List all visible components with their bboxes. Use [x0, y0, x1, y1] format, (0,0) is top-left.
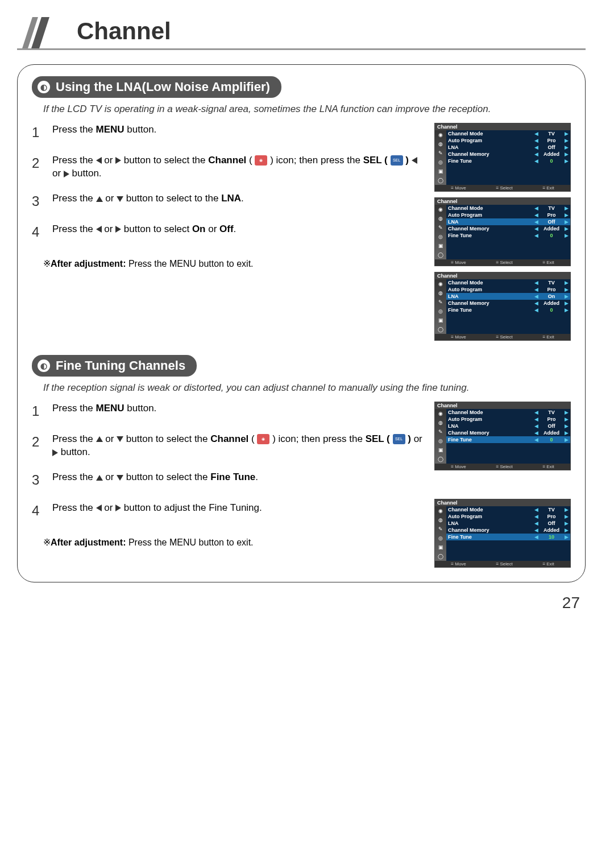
step-2: 2 Press the or button to select the Chan… [32, 432, 423, 460]
page-title: Channel [77, 18, 171, 48]
bullet-icon: ◐ [38, 359, 50, 372]
osd-screenshot: Channel ◉◍✎◎▣◯ Channel Mode◀TV▶ Auto Pro… [434, 197, 571, 266]
right-arrow-icon [115, 505, 121, 511]
up-arrow-icon [96, 436, 103, 442]
steps-column: 1 Press the MENU button. 2 Press the or … [32, 123, 423, 341]
after-adjustment-note: ※After adjustment: Press the MENU button… [43, 537, 423, 548]
bullet-icon: ◐ [38, 81, 50, 93]
left-arrow-icon [412, 157, 417, 164]
right-arrow-icon [64, 171, 69, 177]
up-arrow-icon [96, 196, 103, 202]
down-arrow-icon [117, 196, 123, 202]
section-heading-text: Fine Tuning Channels [56, 358, 185, 373]
after-adjustment-note: ※After adjustment: Press the MENU button… [43, 258, 423, 269]
step-number: 3 [32, 192, 44, 211]
right-arrow-icon [52, 449, 58, 456]
right-arrow-icon [115, 157, 121, 164]
channel-icon: ◉ [255, 155, 267, 166]
osd-screenshot: Channel ◉◍✎◎▣◯ Channel Mode◀TV▶ Auto Pro… [434, 402, 571, 470]
osd-screenshot: Channel ◉◍✎◎▣◯ Channel Mode◀TV▶ Auto Pro… [434, 272, 571, 341]
left-arrow-icon [96, 157, 102, 164]
step-3: 3 Press the or button to select to the L… [32, 192, 423, 211]
step-1: 1 Press the MENU button. [32, 123, 423, 142]
section-heading-text: Using the LNA(Low Noise Amplifier) [56, 80, 270, 94]
down-arrow-icon [117, 475, 123, 481]
page-number: 27 [17, 594, 586, 612]
section-description: If the LCD TV is operating in a weak-sig… [43, 104, 571, 115]
step-number: 4 [32, 222, 44, 242]
step-number: 2 [32, 154, 44, 181]
osd-column: Channel ◉◍✎◎▣◯ Channel Mode◀TV▶ Auto Pro… [434, 123, 571, 341]
step-number: 1 [32, 123, 44, 142]
section-heading-lna: ◐ Using the LNA(Low Noise Amplifier) [32, 76, 281, 98]
channel-icon: ◉ [257, 434, 269, 444]
up-arrow-icon [96, 475, 103, 481]
sel-icon: SEL [393, 434, 405, 444]
steps-column: 1 Press the MENU button. 2 Press the or … [32, 402, 423, 568]
content-box: ◐ Using the LNA(Low Noise Amplifier) If … [17, 64, 586, 582]
osd-column: Channel ◉◍✎◎▣◯ Channel Mode◀TV▶ Auto Pro… [434, 402, 571, 568]
manual-page: Channel ◐ Using the LNA(Low Noise Amplif… [0, 0, 614, 635]
osd-screenshot: Channel ◉◍✎◎▣◯ Channel Mode◀TV▶ Auto Pro… [434, 123, 571, 192]
step-1: 1 Press the MENU button. [32, 402, 423, 421]
step-4: 4 Press the or button to select On or Of… [32, 222, 423, 242]
left-arrow-icon [96, 505, 102, 511]
step-2: 2 Press the or button to select the Chan… [32, 154, 423, 181]
step-4: 4 Press the or button to adjust the Fine… [32, 501, 423, 520]
step-3: 3 Press the or button to select the Fine… [32, 470, 423, 490]
title-accent-icon [17, 17, 68, 48]
osd-screenshot: Channel ◉◍✎◎▣◯ Channel Mode◀TV▶ Auto Pro… [434, 499, 571, 568]
right-arrow-icon [115, 226, 121, 233]
down-arrow-icon [117, 436, 123, 442]
section-description: If the reception signal is weak or disto… [43, 382, 571, 394]
left-arrow-icon [96, 226, 102, 233]
title-bar: Channel [17, 17, 586, 50]
section-heading-fine-tune: ◐ Fine Tuning Channels [32, 355, 197, 377]
sel-icon: SEL [391, 155, 403, 166]
